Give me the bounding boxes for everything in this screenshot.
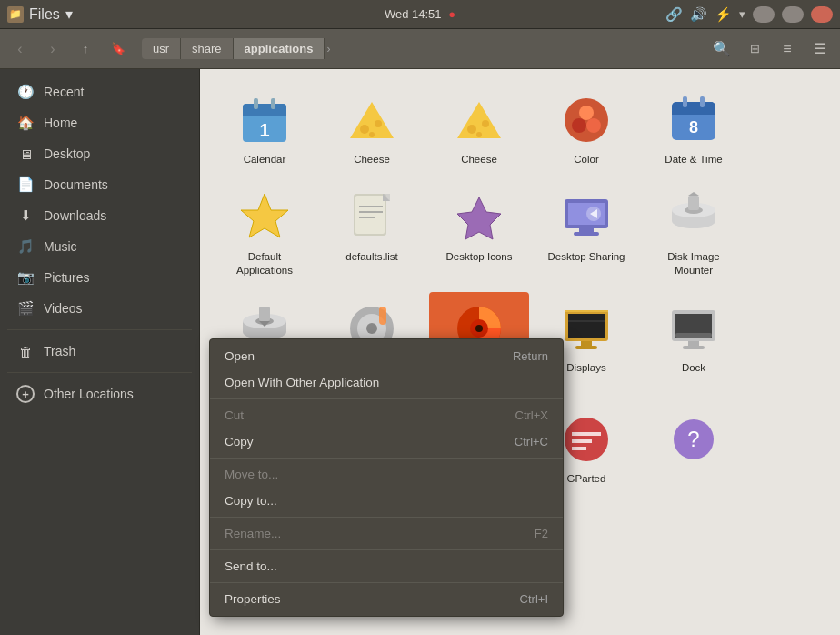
- music-icon: 🎵: [16, 237, 35, 256]
- menu-button[interactable]: ☰: [805, 35, 835, 64]
- sidebar: 🕐 Recent 🏠 Home 🖥 Desktop 📄 Documents ⬇ …: [0, 69, 200, 635]
- sort-button[interactable]: ≡: [773, 35, 802, 64]
- svg-rect-59: [581, 341, 592, 346]
- desktop-sharing-icon-wrap: [557, 188, 615, 247]
- disk-image-mounter-icon-wrap: [665, 188, 723, 247]
- svg-rect-2: [243, 113, 286, 116]
- recording-indicator: ●: [448, 7, 455, 21]
- search-button[interactable]: 🔍: [707, 35, 736, 64]
- downloads-icon: ⬇: [16, 207, 35, 225]
- desktop-icons-icon-wrap: [450, 188, 508, 247]
- sidebar-item-downloads[interactable]: ⬇ Downloads: [4, 200, 195, 231]
- toolbar: ‹ › ↑ 🔖 usr share applications › 🔍 ⊞ ≡ ☰: [0, 29, 840, 69]
- file-item-desktop-sharing[interactable]: Desktop Sharing: [536, 181, 636, 285]
- color-icon-wrap: [557, 91, 615, 149]
- ctx-move-to-label: Move to...: [225, 468, 278, 481]
- sidebar-label-recent: Recent: [44, 85, 84, 99]
- file-label-default-apps: Default Applications: [224, 250, 305, 277]
- breadcrumb-usr[interactable]: usr: [142, 38, 181, 59]
- sidebar-item-desktop[interactable]: 🖥 Desktop: [4, 138, 195, 169]
- file-item-dock[interactable]: Dock: [644, 292, 744, 396]
- trash-icon: 🗑: [16, 342, 35, 360]
- ctx-cut: Cut Ctrl+X: [210, 402, 563, 428]
- file-label-defaults-list: defaults.list: [345, 250, 398, 264]
- file-item-desktop-icons[interactable]: Desktop Icons: [429, 181, 529, 285]
- svg-rect-60: [575, 346, 597, 349]
- svg-rect-58: [568, 314, 605, 338]
- ctx-open-with-label: Open With Other Application: [225, 376, 379, 389]
- breadcrumb-share[interactable]: share: [181, 38, 234, 59]
- maximize-button[interactable]: [782, 6, 804, 23]
- sidebar-label-home: Home: [44, 116, 77, 130]
- sidebar-item-documents[interactable]: 📄 Documents: [4, 169, 195, 200]
- file-label-datetime: Date & Time: [665, 153, 722, 166]
- file-item-color[interactable]: Color: [536, 84, 636, 174]
- file-item-disk-image-mounter[interactable]: Disk Image Mounter: [644, 181, 744, 285]
- svg-rect-42: [688, 196, 699, 210]
- ctx-move-to: Move to...: [210, 461, 563, 488]
- app-icon: 📁: [7, 6, 24, 23]
- bookmark-icon: 🔖: [111, 42, 125, 55]
- ctx-divider5: [210, 582, 563, 583]
- ctx-copy[interactable]: Copy Ctrl+C: [210, 428, 563, 455]
- ctx-open[interactable]: Open Return: [210, 343, 563, 369]
- sort-icon: ≡: [783, 41, 791, 57]
- file-label-desktop-icons: Desktop Icons: [446, 250, 513, 264]
- svg-rect-48: [259, 307, 270, 321]
- sidebar-item-other-locations[interactable]: + Other Locations: [4, 378, 195, 409]
- dock-icon-wrap: [665, 299, 723, 358]
- datetime-icon-wrap: 8: [665, 91, 723, 149]
- sidebar-item-videos[interactable]: 🎬 Videos: [4, 293, 195, 324]
- svg-rect-75: [572, 432, 601, 436]
- bookmark-button[interactable]: 🔖: [104, 35, 133, 64]
- file-item-cheese1[interactable]: Cheese: [322, 84, 422, 174]
- back-button[interactable]: ‹: [5, 35, 35, 64]
- sidebar-item-trash[interactable]: 🗑 Trash: [4, 336, 195, 367]
- sidebar-item-pictures[interactable]: 📷 Pictures: [4, 262, 195, 293]
- ctx-open-with[interactable]: Open With Other Application: [210, 369, 563, 396]
- ctx-properties[interactable]: Properties Ctrl+I: [210, 586, 563, 612]
- sidebar-item-home[interactable]: 🏠 Home: [4, 107, 195, 138]
- file-label-color: Color: [574, 153, 598, 166]
- ctx-cut-label: Cut: [225, 408, 244, 422]
- forward-icon: ›: [50, 41, 55, 57]
- svg-text:?: ?: [687, 427, 699, 451]
- svg-rect-20: [672, 111, 715, 115]
- titlebar-left: 📁 Files ▾: [7, 5, 73, 23]
- calendar-icon-wrap: 1: [235, 91, 294, 149]
- minimize-button[interactable]: [753, 6, 775, 23]
- svg-rect-26: [355, 196, 385, 234]
- breadcrumb-applications[interactable]: applications: [234, 38, 325, 59]
- sidebar-item-music[interactable]: 🎵 Music: [4, 231, 195, 262]
- volume-icon: 🔊: [690, 6, 707, 23]
- file-item-defaults-list[interactable]: defaults.list: [322, 181, 422, 285]
- up-button[interactable]: ↑: [71, 35, 100, 64]
- svg-marker-24: [241, 194, 288, 237]
- file-item-cheese2[interactable]: Cheese: [429, 84, 529, 174]
- close-button[interactable]: [811, 6, 833, 23]
- svg-rect-77: [572, 447, 586, 450]
- file-label-cheese2: Cheese: [461, 153, 497, 166]
- svg-rect-66: [683, 346, 705, 349]
- ctx-copy-to[interactable]: Copy to...: [210, 488, 563, 514]
- pictures-icon: 📷: [16, 268, 35, 287]
- file-item-datetime[interactable]: 8 Date & Time: [644, 84, 744, 174]
- svg-rect-23: [700, 96, 705, 107]
- file-label-desktop-sharing: Desktop Sharing: [547, 250, 625, 264]
- svg-rect-61: [565, 310, 608, 312]
- file-item-calendar[interactable]: 1 Calendar: [215, 84, 315, 174]
- recent-icon: 🕐: [16, 83, 35, 101]
- ctx-open-label: Open: [225, 349, 255, 363]
- context-menu: Open Return Open With Other Application …: [209, 338, 564, 617]
- sidebar-label-desktop: Desktop: [44, 146, 90, 161]
- breadcrumb-end-arrow: ›: [325, 43, 332, 55]
- file-item-default-apps[interactable]: Default Applications: [215, 181, 315, 285]
- svg-rect-35: [579, 228, 594, 232]
- svg-rect-53: [379, 307, 386, 325]
- file-item-unknown1[interactable]: ?: [644, 403, 744, 493]
- ctx-send-to[interactable]: Send to...: [210, 553, 563, 580]
- view-toggle-button[interactable]: ⊞: [740, 35, 769, 64]
- sidebar-label-pictures: Pictures: [44, 270, 90, 285]
- sidebar-item-recent[interactable]: 🕐 Recent: [4, 76, 195, 107]
- forward-button[interactable]: ›: [38, 35, 67, 64]
